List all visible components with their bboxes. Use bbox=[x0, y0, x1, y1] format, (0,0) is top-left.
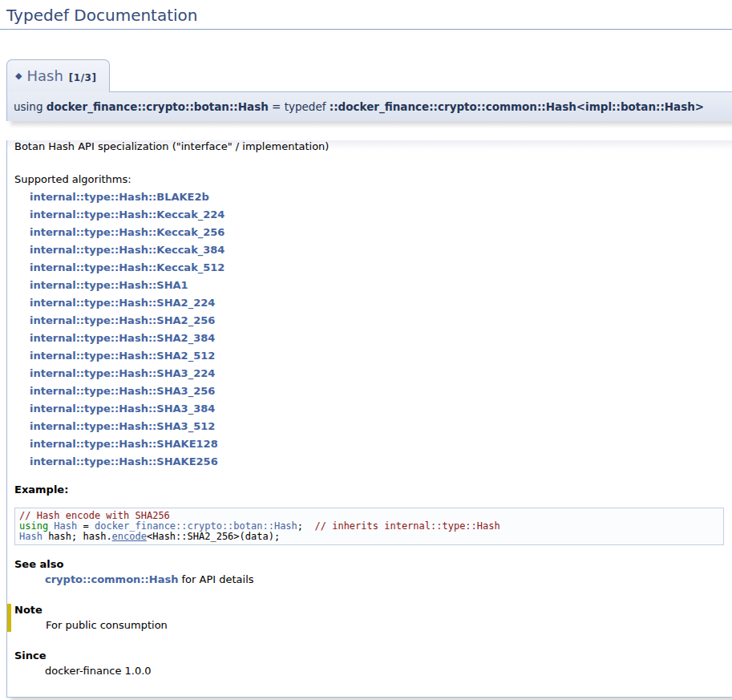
see-also-content: crypto::common::Hash for API details bbox=[45, 573, 724, 586]
member-overload-count: [1/3] bbox=[69, 72, 97, 83]
algorithm-link[interactable]: internal::type::Hash::SHAKE128 bbox=[30, 438, 218, 450]
page-title: Typedef Documentation bbox=[0, 0, 732, 30]
since-section: Since docker-finance 1.0.0 bbox=[14, 649, 724, 678]
member-name: Hash bbox=[26, 67, 63, 84]
code-keyword: using bbox=[19, 520, 54, 532]
code-text: <Hash::SHA2_256>(data); bbox=[147, 531, 280, 542]
code-text: ; bbox=[297, 520, 315, 532]
member-description: Botan Hash API specialization ("interfac… bbox=[14, 140, 724, 152]
list-item: internal::type::Hash::SHA2_384 bbox=[30, 330, 724, 347]
code-encode-link[interactable]: encode bbox=[112, 531, 147, 542]
since-text: docker-finance 1.0.0 bbox=[45, 665, 724, 678]
typedef-name-link[interactable]: docker_finance::crypto::botan::Hash bbox=[47, 100, 269, 113]
code-comment: // Hash encode with SHA256 bbox=[19, 510, 170, 521]
code-botan-hash-link[interactable]: docker_finance::crypto::botan::Hash bbox=[95, 520, 297, 532]
list-item: internal::type::Hash::Keccak_224 bbox=[30, 206, 724, 224]
list-item: internal::type::Hash::SHA3_256 bbox=[30, 382, 724, 400]
algorithm-link[interactable]: internal::type::Hash::SHA1 bbox=[30, 279, 188, 291]
code-block: // Hash encode with SHA256 using Hash = … bbox=[14, 508, 724, 545]
algorithm-link[interactable]: internal::type::Hash::SHA2_512 bbox=[30, 350, 215, 362]
anchor-diamond-icon[interactable]: ◆ bbox=[15, 71, 22, 81]
member-documentation: Botan Hash API specialization ("interfac… bbox=[6, 140, 732, 698]
list-item: internal::type::Hash::SHA3_384 bbox=[30, 400, 724, 418]
supported-algorithms-heading: Supported algorithms: bbox=[14, 171, 724, 188]
note-section: Note For public consumption bbox=[7, 604, 724, 632]
list-item: internal::type::Hash::BLAKE2b bbox=[30, 188, 724, 206]
algorithm-link[interactable]: internal::type::Hash::SHA2_224 bbox=[30, 297, 215, 309]
see-also-link[interactable]: crypto::common::Hash bbox=[45, 573, 178, 585]
algorithm-link[interactable]: internal::type::Hash::Keccak_224 bbox=[30, 208, 224, 221]
code-text: hash; hash. bbox=[42, 531, 112, 542]
list-item: internal::type::Hash::SHAKE256 bbox=[30, 453, 724, 471]
member-prototype: using docker_finance::crypto::botan::Has… bbox=[6, 91, 732, 121]
list-item: internal::type::Hash::SHA2_256 bbox=[30, 312, 724, 330]
list-item: internal::type::Hash::SHA3_224 bbox=[30, 365, 724, 382]
doc-page: Typedef Documentation ◆Hash[1/3] using d… bbox=[0, 0, 732, 698]
see-also-suffix: for API details bbox=[178, 573, 253, 585]
member-title-tab: ◆Hash[1/3] bbox=[6, 59, 110, 92]
algorithm-list: internal::type::Hash::BLAKE2b internal::… bbox=[30, 188, 724, 471]
code-line: Hash hash; hash.encode<Hash::SHA2_256>(d… bbox=[19, 532, 719, 542]
list-item: internal::type::Hash::Keccak_512 bbox=[30, 259, 724, 277]
algorithm-link[interactable]: internal::type::Hash::BLAKE2b bbox=[30, 191, 209, 203]
code-text: = bbox=[77, 520, 95, 532]
see-also-section: See also crypto::common::Hash for API de… bbox=[14, 558, 724, 586]
algorithm-link[interactable]: internal::type::Hash::SHA3_224 bbox=[30, 367, 215, 379]
algorithm-link[interactable]: internal::type::Hash::Keccak_256 bbox=[30, 226, 224, 238]
algorithm-link[interactable]: internal::type::Hash::SHA2_256 bbox=[30, 314, 215, 326]
note-label: Note bbox=[14, 604, 724, 617]
algorithm-link[interactable]: internal::type::Hash::Keccak_512 bbox=[30, 261, 224, 273]
algorithm-link[interactable]: internal::type::Hash::SHA3_384 bbox=[30, 403, 215, 415]
example-heading: Example: bbox=[14, 484, 724, 496]
algorithm-link[interactable]: internal::type::Hash::SHA2_384 bbox=[30, 332, 215, 344]
proto-middle: = typedef bbox=[269, 100, 330, 113]
code-hash-link[interactable]: Hash bbox=[54, 520, 77, 532]
proto-prefix: using bbox=[14, 100, 47, 113]
list-item: internal::type::Hash::SHA1 bbox=[30, 277, 724, 294]
algorithm-link[interactable]: internal::type::Hash::SHA3_256 bbox=[30, 385, 215, 397]
code-comment: // inherits internal::type::Hash bbox=[315, 520, 500, 532]
list-item: internal::type::Hash::Keccak_384 bbox=[30, 241, 724, 259]
supported-algorithms-section: Supported algorithms: internal::type::Ha… bbox=[14, 171, 724, 471]
see-also-label: See also bbox=[14, 558, 724, 571]
typedef-target-type: ::docker_finance::crypto::common::Hash<i… bbox=[330, 100, 704, 113]
list-item: internal::type::Hash::Keccak_256 bbox=[30, 224, 724, 241]
list-item: internal::type::Hash::SHA2_224 bbox=[30, 294, 724, 312]
member-item-hash: ◆Hash[1/3] using docker_finance::crypto:… bbox=[6, 59, 732, 698]
algorithm-link[interactable]: internal::type::Hash::SHAKE256 bbox=[30, 455, 218, 467]
code-hash-link[interactable]: Hash bbox=[19, 531, 42, 542]
note-text: For public consumption bbox=[46, 619, 724, 632]
since-label: Since bbox=[14, 649, 724, 662]
algorithm-link[interactable]: internal::type::Hash::SHA3_512 bbox=[30, 420, 215, 432]
algorithm-link[interactable]: internal::type::Hash::Keccak_384 bbox=[30, 244, 224, 256]
list-item: internal::type::Hash::SHA2_512 bbox=[30, 347, 724, 365]
list-item: internal::type::Hash::SHA3_512 bbox=[30, 418, 724, 435]
list-item: internal::type::Hash::SHAKE128 bbox=[30, 435, 724, 453]
